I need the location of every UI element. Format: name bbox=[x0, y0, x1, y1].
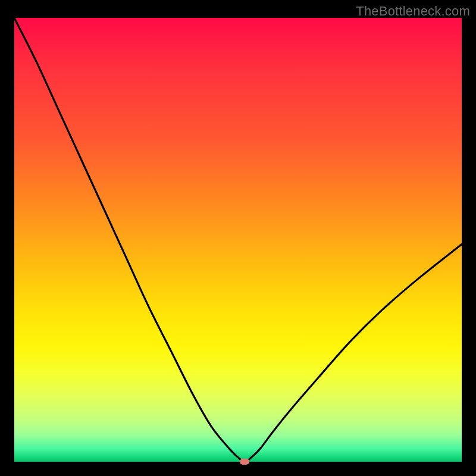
watermark-text: TheBottleneck.com bbox=[356, 4, 470, 19]
plot-area bbox=[14, 18, 462, 462]
chart-stage: TheBottleneck.com bbox=[0, 0, 476, 476]
curve-path bbox=[14, 18, 462, 462]
bottleneck-curve bbox=[14, 18, 462, 462]
minimum-marker bbox=[240, 459, 249, 465]
